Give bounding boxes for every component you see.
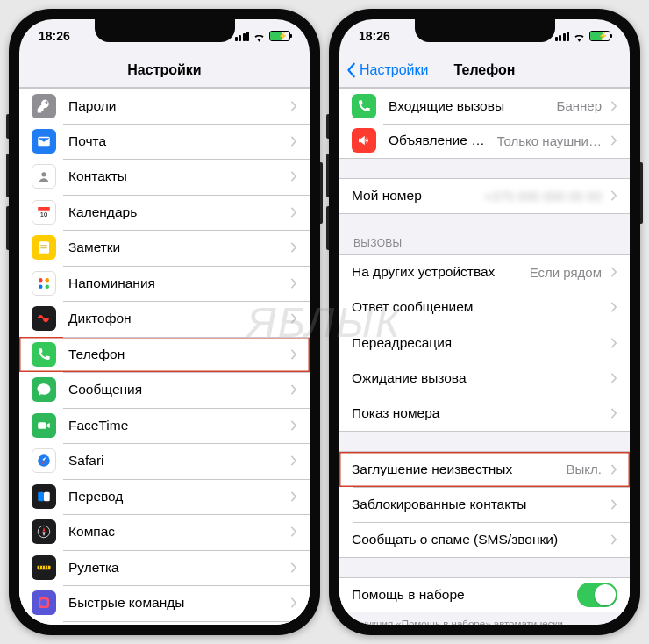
page-title: Телефон [454,62,516,78]
show-caller-id-row[interactable]: Показ номера [339,397,630,433]
wifi-icon [253,31,266,41]
row-label: Заблокированные контакты [352,497,602,512]
chevron-right-icon [610,464,617,475]
svg-rect-12 [38,422,46,429]
mail-row[interactable]: Почта [19,124,310,160]
svg-rect-15 [44,492,50,502]
back-button[interactable]: Настройки [346,53,428,87]
notes-row[interactable]: Заметки [19,230,310,266]
phone-frame-left: 18:26 ⚡ Настройки ПаролиПочтаКонтакты10К… [9,9,320,635]
status-time: 18:26 [39,29,70,43]
row-label: Входящие вызовы [389,98,552,114]
page-title: Настройки [127,62,201,78]
row-label: Объявление вызовов [389,132,492,148]
voice-memos-row[interactable]: Диктофон [19,301,310,337]
chevron-right-icon [290,562,297,573]
key-icon [32,94,56,118]
chevron-right-icon [290,278,297,289]
svg-rect-17 [38,566,51,570]
chevron-right-icon [290,136,297,147]
row-label: На других устройствах [352,264,524,280]
silence-unknown-row[interactable]: Заглушение неизвестныхВыкл. [339,451,630,487]
translate-icon [32,484,56,509]
notes-icon [32,235,56,260]
chevron-right-icon [610,373,617,383]
incoming-calls-row[interactable]: Входящие вызовыБаннер [339,88,630,124]
chevron-right-icon [290,313,297,324]
screen-right: 18:26 ⚡ Настройки Телефон Входящие вызов… [339,19,630,625]
row-label: Контакты [68,168,282,184]
measure-row[interactable]: Рулетка [19,550,310,586]
dial-assist-footnote: Функция «Помощь в наборе» автоматически … [339,612,630,625]
row-label: Сообщать о спаме (SMS/звонки) [352,532,602,547]
chevron-right-icon [290,491,297,502]
row-value: Выкл. [567,462,602,476]
spam-report-row[interactable]: Сообщать о спаме (SMS/звонки) [339,522,630,558]
phone-row[interactable]: Телефон [19,337,310,373]
chevron-right-icon [290,207,297,218]
health-row[interactable]: Здоровье [19,621,310,626]
row-label: FaceTime [68,418,282,433]
contacts-row[interactable]: Контакты [19,159,310,195]
chevron-right-icon [290,420,297,431]
shortcuts-row[interactable]: Быстрые команды [19,585,310,621]
row-label: Диктофон [68,311,282,326]
svg-rect-5 [39,242,49,254]
chevron-right-icon [610,302,617,312]
row-label: Мой номер [352,188,479,204]
dial-assist-toggle[interactable] [577,583,617,607]
settings-list[interactable]: ПаролиПочтаКонтакты10КалендарьЗаметкиНап… [19,88,310,625]
row-value: Если рядом [530,265,602,280]
row-value: Только наушни… [497,133,602,148]
measure-icon [32,555,56,580]
compass-icon [32,519,56,544]
reminders-row[interactable]: Напоминания [19,266,310,302]
chevron-right-icon [290,597,297,608]
phone-settings-list[interactable]: Входящие вызовыБаннерОбъявление вызововТ… [339,88,630,625]
svg-point-11 [46,284,50,289]
chevron-right-icon [610,499,617,510]
row-label: Почта [68,133,282,149]
mail-icon [32,129,56,154]
other-devices-row[interactable]: На других устройствахЕсли рядом [339,254,630,290]
shortcuts-icon [32,590,56,615]
safari-icon [32,448,56,473]
reminders-icon [32,271,56,296]
messages-row[interactable]: Сообщения [19,372,310,408]
compass-row[interactable]: Компас [19,514,310,550]
chevron-right-icon [290,171,297,182]
announce-calls-row[interactable]: Объявление вызововТолько наушни… [339,124,630,160]
call-forwarding-row[interactable]: Переадресация [339,326,630,361]
svg-point-8 [39,278,43,283]
respond-text-row[interactable]: Ответ сообщением [339,290,630,326]
my-number-row[interactable]: Мой номер+375 000 000 00 00 [339,178,630,214]
row-label: Напоминания [68,275,282,291]
phone-icon [352,94,376,118]
phone-icon [32,342,56,367]
row-label: Показ номера [352,405,602,421]
cellular-icon [235,32,250,41]
back-label: Настройки [360,62,428,78]
chevron-right-icon [290,349,297,360]
dial-assist-row[interactable]: Помощь в наборе [339,577,630,613]
safari-row[interactable]: Safari [19,443,310,479]
row-label: Пароли [68,98,282,114]
chevron-right-icon [610,267,617,277]
row-label: Заметки [68,240,282,255]
call-waiting-row[interactable]: Ожидание вызова [339,361,630,397]
blocked-contacts-row[interactable]: Заблокированные контакты [339,487,630,523]
chevron-right-icon [610,338,617,348]
svg-point-9 [46,278,50,283]
passwords-row[interactable]: Пароли [19,88,310,124]
row-label: Перевод [68,489,282,504]
notch [95,19,235,42]
facetime-row[interactable]: FaceTime [19,408,310,444]
translate-row[interactable]: Перевод [19,479,310,515]
wifi-icon [573,31,586,41]
message-icon [32,377,56,402]
chevron-right-icon [610,135,617,146]
calendar-row[interactable]: 10Календарь [19,195,310,231]
row-label: Ответ сообщением [352,299,602,315]
row-label: Safari [68,453,282,469]
speaker-icon [352,128,376,153]
